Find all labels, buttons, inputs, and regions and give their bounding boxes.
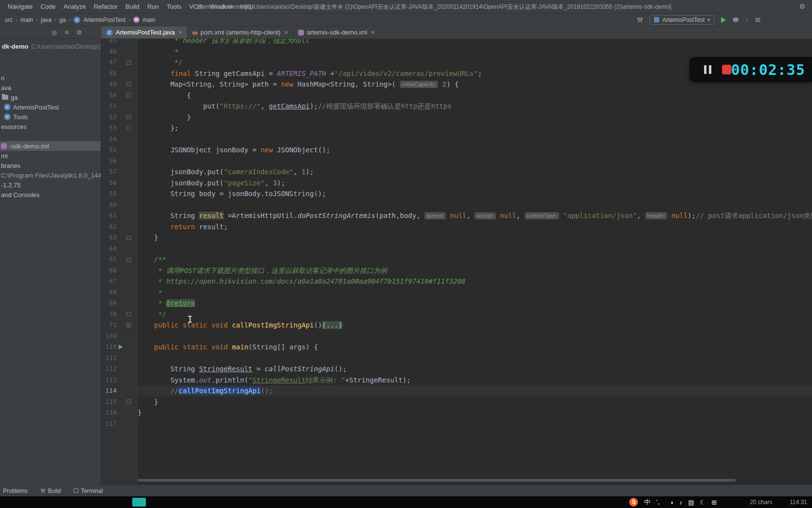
- code-line[interactable]: 111: [101, 353, 812, 364]
- locate-icon[interactable]: ◎: [52, 29, 57, 36]
- code-text[interactable]: {: [138, 90, 812, 101]
- scrollbar-thumb[interactable]: [138, 479, 736, 482]
- tree-item[interactable]: -1.2.75: [0, 180, 101, 190]
- code-line[interactable]: 65− /**: [101, 254, 812, 265]
- code-line[interactable]: 52− }: [101, 112, 812, 123]
- code-text[interactable]: jsonBody.put("pageSize", 3);: [138, 178, 812, 189]
- close-icon[interactable]: ×: [178, 29, 182, 36]
- code-text[interactable]: *: [138, 287, 812, 298]
- code-line[interactable]: 68 *: [101, 287, 812, 298]
- taskbar-app-indicator[interactable]: [132, 498, 146, 507]
- code-line[interactable]: 55 JSONObject jsonBody = new JSONObject(…: [101, 145, 812, 156]
- fold-minus-icon[interactable]: −: [126, 312, 131, 316]
- code-line[interactable]: 113 System.out.println("StringeResult结果示…: [101, 375, 812, 386]
- ime-icon-2[interactable]: '。: [656, 498, 663, 507]
- code-text[interactable]: *: [138, 46, 812, 57]
- code-text[interactable]: String body = jsonBody.toJSONString();: [138, 188, 812, 200]
- tree-item[interactable]: CTools: [0, 112, 101, 122]
- menu-item-tools[interactable]: Tools: [163, 3, 185, 10]
- status-item-terminal[interactable]: Terminal: [73, 488, 103, 494]
- code-text[interactable]: };: [138, 123, 812, 134]
- menu-item-analyze[interactable]: Analyze: [59, 3, 89, 10]
- ime-icon-5[interactable]: ▤: [688, 499, 694, 506]
- settings-gear-icon[interactable]: ⚙: [799, 2, 805, 10]
- code-text[interactable]: }: [138, 232, 812, 243]
- tree-item[interactable]: -sdk-demo.iml: [0, 141, 101, 151]
- ime-icon-6[interactable]: ☾: [700, 499, 706, 506]
- tab-ArtemisPostTest-java[interactable]: CArtemisPostTest.java×: [101, 26, 187, 38]
- code-text[interactable]: //callPostImgStringApi();: [138, 385, 812, 397]
- code-line[interactable]: 64: [101, 243, 812, 254]
- code-text[interactable]: */: [138, 309, 812, 320]
- code-text[interactable]: String StringeResult = callPostStringApi…: [138, 363, 812, 375]
- gear-icon[interactable]: ⚙: [76, 29, 82, 36]
- code-line[interactable]: 46 *: [101, 46, 812, 57]
- tab-pom-xml--artemis-http-client-[interactable]: mpom.xml (artemis-http-client)×: [187, 26, 293, 38]
- code-line[interactable]: 110 public static void main(String[] arg…: [101, 342, 812, 353]
- code-line[interactable]: 50− {: [101, 90, 812, 101]
- fold-minus-icon[interactable]: −: [126, 93, 131, 97]
- code-line[interactable]: 112 String StringeResult = callPostStrin…: [101, 363, 812, 375]
- menu-item-run[interactable]: Run: [143, 3, 163, 10]
- fold-minus-icon[interactable]: −: [126, 82, 131, 87]
- menu-item-navigate[interactable]: Navigate: [4, 3, 36, 10]
- build-hammer-icon[interactable]: ⚒: [637, 16, 643, 24]
- code-text[interactable]: * https://open.hikvision.com/docs/a0a1a0…: [138, 276, 812, 287]
- tree-item[interactable]: CArtemisPostTest: [0, 102, 101, 112]
- code-line[interactable]: 57 jsonBody.put("cameraIndexCode", 1);: [101, 166, 812, 178]
- run-configuration-select[interactable]: ArtemisPostTest ▾: [650, 15, 714, 25]
- code-text[interactable]: System.out.println("StringeResult结果示例: "…: [138, 375, 812, 386]
- code-text[interactable]: JSONObject jsonBody = new JSONObject();: [138, 145, 812, 156]
- code-line[interactable]: 54: [101, 134, 812, 145]
- fold-minus-icon[interactable]: −: [126, 115, 131, 119]
- code-line[interactable]: 66 * 调用POST请求下载图片类型接口，这里以获取访客记录中的图片接口为例: [101, 265, 812, 276]
- menu-item-build[interactable]: Build: [122, 3, 143, 10]
- ime-icon-1[interactable]: 中: [644, 498, 650, 507]
- close-icon[interactable]: ×: [284, 29, 288, 36]
- breadcrumb-item-java[interactable]: java: [41, 17, 52, 23]
- code-line[interactable]: 67 * https://open.hikvision.com/docs/a0a…: [101, 276, 812, 287]
- tool-windows-icon[interactable]: ⊞: [755, 16, 760, 23]
- menu-item-code[interactable]: Code: [36, 3, 59, 10]
- code-line[interactable]: 71+ public static void callPostImgString…: [101, 320, 812, 331]
- tree-item[interactable]: esources: [0, 122, 101, 131]
- tree-item[interactable]: ava: [0, 83, 101, 92]
- code-line[interactable]: 63− }: [101, 232, 812, 243]
- code-line[interactable]: 117: [101, 418, 812, 430]
- code-line[interactable]: 56: [101, 156, 812, 167]
- tree-item[interactable]: and Consoles: [0, 190, 101, 200]
- menu-item-refactor[interactable]: Refactor: [90, 3, 122, 10]
- debug-bug-icon[interactable]: [733, 18, 739, 22]
- code-line[interactable]: 45 * header 技术扩展参数字段，指定为null: [101, 39, 812, 46]
- code-text[interactable]: put("https://", getCamsApi);//根据现场环境部署确认…: [138, 101, 812, 112]
- tree-item[interactable]: n: [0, 73, 101, 83]
- project-root[interactable]: dk-demo C:\Users\xiantao\Desktop\新: [0, 39, 101, 52]
- collapse-all-icon[interactable]: ≡: [65, 29, 69, 36]
- breadcrumb-item-main[interactable]: main: [20, 17, 33, 23]
- tree-item[interactable]: C:\Program Files\Java\jdk1.8.0_144: [0, 170, 101, 180]
- code-line[interactable]: 115− }: [101, 397, 812, 408]
- ime-icon-7[interactable]: ⊞: [711, 499, 717, 506]
- code-line[interactable]: 109: [101, 331, 812, 342]
- run-icon[interactable]: [119, 345, 123, 349]
- tree-item[interactable]: braries: [0, 161, 101, 170]
- code-text[interactable]: }: [138, 112, 812, 123]
- close-icon[interactable]: ×: [371, 29, 374, 36]
- breadcrumb-item-ga[interactable]: ga: [59, 17, 66, 23]
- code-line[interactable]: 58 jsonBody.put("pageSize", 3);: [101, 178, 812, 189]
- status-item-problems[interactable]: Problems: [3, 488, 28, 494]
- tree-item[interactable]: ml: [0, 151, 101, 161]
- status-item-build[interactable]: ⚒Build: [40, 488, 61, 494]
- code-text[interactable]: * @return: [138, 298, 812, 309]
- code-line[interactable]: 69 * @return: [101, 298, 812, 309]
- ime-icon-4[interactable]: ♪: [679, 499, 683, 506]
- fold-plus-icon[interactable]: +: [126, 323, 131, 327]
- code-line[interactable]: 51 put("https://", getCamsApi);//根据现场环境部…: [101, 101, 812, 112]
- sogou-logo-icon[interactable]: S: [629, 498, 638, 507]
- breadcrumb-item-ArtemisPostTest[interactable]: ArtemisPostTest: [83, 17, 125, 23]
- code-text[interactable]: * 调用POST请求下载图片类型接口，这里以获取访客记录中的图片接口为例: [138, 265, 812, 276]
- code-text[interactable]: }: [138, 397, 812, 408]
- code-text[interactable]: /**: [138, 254, 812, 265]
- code-text[interactable]: String result =ArtemisHttpUtil.doPostStr…: [138, 210, 812, 221]
- code-line[interactable]: 114 //callPostImgStringApi();: [101, 385, 812, 397]
